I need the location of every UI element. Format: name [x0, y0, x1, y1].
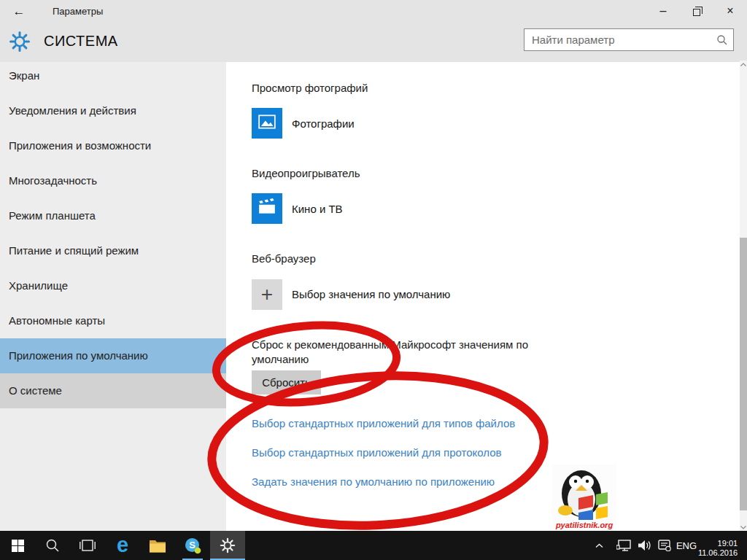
- sidebar-item-offline-maps[interactable]: Автономные карты: [0, 303, 226, 338]
- choose-default-tile[interactable]: +: [252, 279, 282, 310]
- window-controls: – ×: [646, 0, 747, 22]
- reset-button[interactable]: Сбросить: [252, 370, 321, 394]
- sidebar-item-notifications[interactable]: Уведомления и действия: [0, 93, 226, 128]
- search-box[interactable]: [524, 28, 734, 51]
- watermark-logo: pyatilistnik.org: [552, 464, 616, 530]
- task-view-icon: [80, 540, 96, 551]
- skype-button[interactable]: S: [175, 531, 210, 560]
- choose-default-label: Выбор значения по умолчанию: [292, 288, 450, 300]
- folder-icon: [149, 539, 166, 553]
- search-input[interactable]: [525, 29, 733, 50]
- plus-icon: +: [261, 283, 273, 306]
- tray-network-icon[interactable]: [614, 531, 633, 560]
- page-title: СИСТЕМА: [44, 33, 118, 50]
- file-explorer-button[interactable]: [140, 531, 175, 560]
- tray-action-center-icon[interactable]: [655, 531, 674, 560]
- scrollbar[interactable]: [740, 61, 747, 531]
- tray-date: 11.06.2016: [698, 548, 738, 558]
- start-button[interactable]: [0, 531, 35, 560]
- photos-app-tile[interactable]: [252, 108, 282, 139]
- edge-button[interactable]: e: [105, 531, 140, 560]
- window-title: Параметры: [53, 6, 103, 17]
- settings-gear-icon: [9, 31, 31, 55]
- reset-description: Сброс к рекомендованным Майкрософт значе…: [252, 338, 543, 367]
- link-defaults-by-protocol[interactable]: Выбор стандартных приложений для протоко…: [252, 446, 502, 459]
- movies-icon: [258, 198, 276, 219]
- sidebar: Экран Уведомления и действия Приложения …: [0, 62, 226, 531]
- close-button[interactable]: ×: [713, 0, 747, 22]
- section-heading-video-player: Видеопроигрыватель: [252, 167, 360, 179]
- task-view-button[interactable]: [70, 531, 105, 560]
- main-content: Просмотр фотографий Фотографии Видеопрои…: [226, 62, 740, 531]
- back-arrow-icon[interactable]: ←: [9, 3, 29, 20]
- restore-icon: [693, 9, 700, 16]
- section-heading-web-browser: Веб-браузер: [252, 252, 316, 265]
- taskbar-search-button[interactable]: [35, 531, 70, 560]
- section-heading-photo-viewer: Просмотр фотографий: [252, 82, 368, 94]
- scrollbar-thumb[interactable]: [740, 238, 747, 510]
- tray-clock[interactable]: 19:01 11.06.2016: [693, 531, 743, 560]
- link-defaults-by-file-type[interactable]: Выбор стандартных приложений для типов ф…: [252, 417, 515, 429]
- sidebar-item-storage[interactable]: Хранилище: [0, 268, 226, 303]
- minimize-button[interactable]: –: [646, 0, 680, 22]
- windows-logo-icon: [12, 540, 24, 552]
- tray-volume-icon[interactable]: [635, 531, 654, 560]
- sidebar-item-power-sleep[interactable]: Питание и спящий режим: [0, 233, 226, 268]
- search-icon: [716, 34, 728, 49]
- penguin-windows-icon: [552, 464, 616, 520]
- sidebar-item-default-apps[interactable]: Приложения по умолчанию: [0, 338, 226, 373]
- scrollbar-down-icon[interactable]: [740, 524, 747, 531]
- photos-app-label: Фотографии: [292, 117, 355, 130]
- restore-button[interactable]: [680, 0, 713, 22]
- tray-time: 19:01: [698, 539, 738, 548]
- sidebar-item-multitasking[interactable]: Многозадачность: [0, 163, 226, 198]
- search-icon: [45, 538, 60, 553]
- tray-chevron-up-icon[interactable]: [591, 531, 607, 560]
- link-defaults-by-app[interactable]: Задать значения по умолчанию по приложен…: [252, 475, 495, 488]
- skype-icon: S: [184, 537, 201, 554]
- gear-icon: [220, 537, 236, 553]
- settings-window-header: ← Параметры – × СИСТЕМА: [0, 0, 747, 62]
- settings-taskbar-button[interactable]: [210, 531, 245, 560]
- sidebar-item-about[interactable]: О системе: [0, 373, 226, 408]
- movies-tv-app-tile[interactable]: [252, 193, 282, 224]
- taskbar: e S: [0, 531, 747, 560]
- sidebar-item-display[interactable]: Экран: [0, 58, 226, 93]
- movies-tv-app-label: Кино и ТВ: [292, 203, 343, 215]
- sidebar-item-apps-features[interactable]: Приложения и возможности: [0, 128, 226, 163]
- scrollbar-up-icon[interactable]: [740, 61, 747, 68]
- svg-text:S: S: [189, 540, 196, 551]
- watermark-text: pyatilistnik.org: [552, 521, 616, 529]
- sidebar-item-tablet-mode[interactable]: Режим планшета: [0, 198, 226, 233]
- edge-icon: e: [117, 530, 128, 559]
- photos-icon: [258, 112, 276, 134]
